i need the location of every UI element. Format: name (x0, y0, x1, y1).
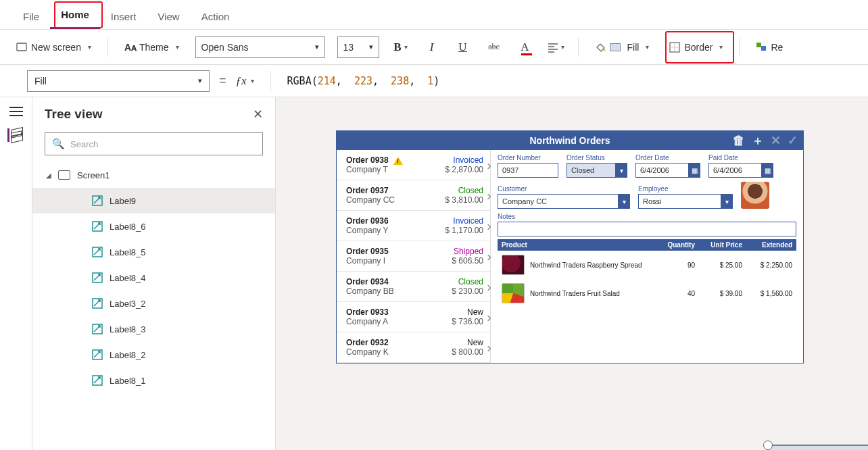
svg-rect-10 (93, 324, 102, 334)
tree-item-label: Label8_4 (110, 273, 146, 283)
order-list-item[interactable]: Order 0936InvoicedCompany Y$ 1,170.00› (337, 211, 490, 241)
new-screen-label: New screen (31, 42, 81, 53)
tree-item-label: Label3_2 (110, 299, 146, 309)
tree-item-label8_3[interactable]: Label8_3 (32, 316, 275, 342)
product-thumb (502, 255, 525, 275)
order-number: Order 0935 (346, 247, 389, 256)
tree-item-label8_1[interactable]: Label8_1 (32, 368, 275, 393)
order-number-field[interactable]: 0937 (498, 163, 558, 178)
bold-button[interactable]: B (391, 41, 410, 54)
tree-search-input[interactable]: 🔍 Search (45, 132, 263, 155)
order-list-item[interactable]: Order 0933NewCompany A$ 736.00› (337, 302, 490, 332)
orders-list[interactable]: Order 0938 InvoicedCompany T$ 2,870.00›O… (337, 150, 491, 363)
screen-icon (16, 42, 27, 53)
svg-rect-11 (93, 350, 102, 359)
svg-rect-0 (17, 43, 26, 51)
chevron-down-icon: ▾ (198, 76, 202, 85)
order-number: Order 0934 (346, 277, 389, 286)
paid-date-field[interactable]: 6/4/2006▦ (708, 163, 773, 178)
font-size-dropdown[interactable]: 13 ▾ (337, 36, 379, 58)
selected-control-group[interactable]: Order Totals: 130 $ 3,810.00 (768, 445, 868, 450)
employee-avatar (741, 182, 769, 209)
resize-handle[interactable] (763, 441, 773, 450)
ribbon: New screen Aᴀ Theme Open Sans ▾ 13 ▾ B I… (0, 30, 868, 65)
collapse-icon[interactable]: ◢ (46, 172, 51, 179)
grid-row[interactable]: Northwind Traders Fruit Salad40$ 39.00$ … (498, 279, 796, 307)
order-list-item[interactable]: Order 0932NewCompany K$ 800.00› (337, 332, 490, 363)
grid-row[interactable]: Northwind Traders Raspberry Spread90$ 25… (498, 251, 796, 279)
theme-icon: Aᴀ (124, 42, 135, 53)
fx-button[interactable]: ƒx (236, 74, 254, 88)
screen-icon (58, 170, 70, 180)
property-dropdown[interactable]: Fill ▾ (27, 70, 210, 92)
close-icon[interactable]: ✕ (253, 107, 263, 122)
customer-dropdown[interactable]: Company CC▾ (498, 194, 630, 209)
svg-rect-4 (761, 46, 766, 51)
label-notes: Notes (498, 213, 796, 220)
tree-view-rail-button[interactable] (7, 128, 23, 142)
tree-item-label3_2[interactable]: Label3_2 (32, 291, 275, 316)
order-list-item[interactable]: Order 0938 InvoicedCompany T$ 2,870.00› (337, 150, 490, 180)
label-employee: Employee (638, 185, 733, 193)
order-status: Closed (458, 186, 483, 195)
order-company: Company Y (346, 226, 388, 235)
font-color-button[interactable]: A (516, 41, 535, 54)
border-label: Border (684, 42, 713, 53)
delete-icon[interactable]: 🗑 (733, 134, 745, 148)
tree-item-label9[interactable]: Label9 (32, 188, 275, 214)
label-paid-date: Paid Date (708, 154, 773, 161)
order-status-dropdown[interactable]: Closed▾ (566, 163, 627, 178)
tree-item-label8_6[interactable]: Label8_6 (32, 214, 275, 239)
reorder-icon (756, 42, 767, 53)
menu-tab-home[interactable]: Home (50, 2, 100, 29)
product-qty: 90 (653, 261, 695, 269)
theme-button[interactable]: Aᴀ Theme (120, 39, 183, 55)
formula-input[interactable]: RGBA(214, 223, 238, 1) (287, 75, 440, 87)
menu-tab-insert[interactable]: Insert (100, 4, 147, 29)
tree-item-label8_4[interactable]: Label8_4 (32, 265, 275, 291)
label-order-date: Order Date (635, 154, 700, 161)
formula-bar: Fill ▾ = ƒx RGBA(214, 223, 238, 1) (0, 65, 868, 97)
search-placeholder: Search (70, 139, 98, 149)
menu-tab-action[interactable]: Action (191, 4, 241, 29)
order-date-field[interactable]: 6/4/2006▦ (635, 163, 700, 178)
order-number: Order 0937 (346, 186, 389, 195)
order-status: Invoiced (453, 155, 483, 165)
reorder-button[interactable]: Re (752, 39, 787, 55)
confirm-icon[interactable]: ✓ (788, 133, 798, 148)
app-preview: Northwind Orders 🗑 ＋ ✕ ✓ Order 0938 Invo… (337, 131, 803, 363)
tree-item-label8_2[interactable]: Label8_2 (32, 342, 275, 368)
italic-button[interactable]: I (423, 41, 441, 54)
order-list-item[interactable]: Order 0934ClosedCompany BB$ 230.00› (337, 272, 490, 302)
tree-item-screen[interactable]: ◢ Screen1 (32, 162, 275, 188)
font-dropdown[interactable]: Open Sans ▾ (195, 36, 325, 58)
new-screen-button[interactable]: New screen (12, 39, 95, 55)
menu-tab-file[interactable]: File (12, 4, 50, 29)
underline-button[interactable]: U (454, 41, 473, 54)
tree-item-label8_5[interactable]: Label8_5 (32, 239, 275, 265)
property-value: Fill (34, 76, 47, 86)
tree-item-label: Label8_1 (110, 376, 146, 386)
product-unit-price: $ 39.00 (695, 290, 742, 297)
border-button[interactable]: Border (665, 39, 727, 55)
order-list-item[interactable]: Order 0935ShippedCompany I$ 606.50› (337, 241, 490, 272)
product-extended: $ 1,560.00 (742, 290, 792, 297)
chevron-down-icon: ▾ (618, 194, 630, 209)
add-icon[interactable]: ＋ (752, 132, 764, 149)
fill-button[interactable]: Fill (591, 39, 654, 55)
order-company: Company I (346, 256, 385, 266)
strikethrough-button[interactable]: abc (485, 42, 504, 52)
order-status: Closed (458, 277, 483, 286)
hamburger-icon[interactable] (9, 107, 23, 116)
employee-dropdown[interactable]: Rossi▾ (638, 194, 733, 209)
notes-field[interactable] (498, 222, 796, 236)
cancel-icon[interactable]: ✕ (771, 133, 781, 148)
menu-tab-view[interactable]: View (147, 4, 190, 29)
tree-view-panel: Tree view ✕ 🔍 Search ◢ Screen1 Label9Lab… (32, 97, 276, 450)
align-button[interactable] (547, 42, 566, 53)
canvas[interactable]: Northwind Orders 🗑 ＋ ✕ ✓ Order 0938 Invo… (276, 97, 868, 450)
order-list-item[interactable]: Order 0937ClosedCompany CC$ 3,810.00› (337, 180, 490, 211)
warning-icon (393, 157, 403, 165)
order-company: Company K (346, 347, 389, 357)
order-company: Company BB (346, 286, 394, 296)
